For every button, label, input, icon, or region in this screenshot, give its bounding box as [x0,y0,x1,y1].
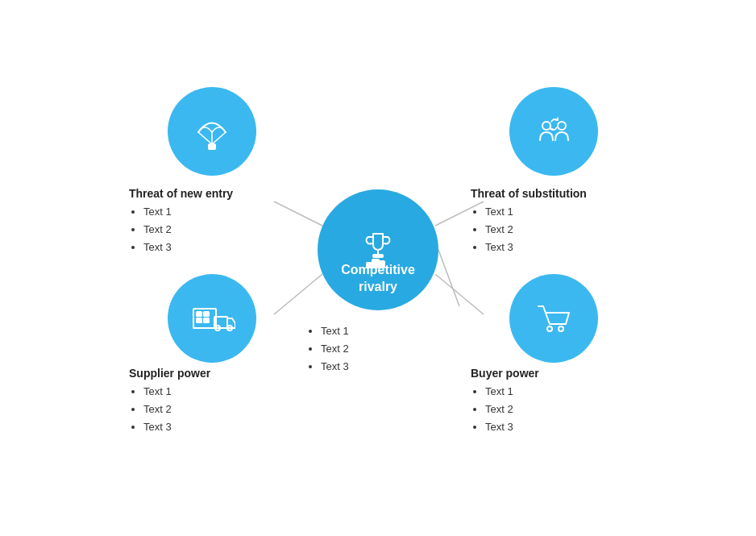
svg-rect-8 [367,263,373,268]
svg-rect-18 [204,312,209,316]
list-item: Text 2 [485,401,539,418]
supplier-circle [168,274,256,363]
list-item: Text 3 [321,358,349,376]
substitution-list: Text 1 Text 2 Text 3 [471,203,587,256]
svg-line-0 [274,202,322,226]
new-entry-text: Threat of new entry Text 1 Text 2 Text 3 [129,187,233,256]
list-item: Text 2 [321,340,349,358]
svg-point-25 [547,326,552,331]
porter-five-forces-diagram: Competitive rivalry Threat of new entry … [0,0,756,536]
buyer-icon [532,297,576,341]
list-item: Text 1 [485,383,539,401]
svg-rect-6 [373,255,383,257]
substitution-circle [509,87,598,176]
list-item: Text 1 [143,203,233,221]
svg-point-15 [558,122,566,130]
substitution-icon [532,110,576,154]
svg-line-4 [438,250,459,306]
svg-rect-13 [209,144,215,149]
list-item: Text 3 [143,418,210,436]
svg-rect-17 [197,312,201,316]
list-item: Text 3 [485,239,587,256]
svg-line-10 [198,132,212,144]
svg-line-1 [274,274,322,314]
new-entry-list: Text 1 Text 2 Text 3 [129,203,233,256]
svg-point-14 [542,122,550,130]
substitution-text: Threat of substitution Text 1 Text 2 Tex… [471,187,587,256]
list-item: Text 1 [143,383,210,401]
list-item: Text 2 [485,221,587,239]
svg-point-26 [559,326,563,331]
parachute-icon [190,110,235,154]
center-list: Text 1 Text 2 Text 3 [306,322,349,376]
list-item: Text 3 [485,418,539,436]
supplier-text: Supplier power Text 1 Text 2 Text 3 [129,367,210,436]
list-item: Text 1 [485,203,587,221]
svg-rect-9 [378,261,384,268]
svg-line-3 [435,274,484,314]
svg-rect-19 [197,318,201,322]
supplier-icon [189,297,235,341]
supplier-list: Text 1 Text 2 Text 3 [129,383,210,436]
center-circle [318,189,438,310]
center-list-text: Text 1 Text 2 Text 3 [306,322,349,376]
list-item: Text 3 [143,239,233,256]
buyer-list: Text 1 Text 2 Text 3 [471,383,539,436]
buyer-text: Buyer power Text 1 Text 2 Text 3 [471,367,539,436]
new-entry-circle [168,87,256,176]
svg-line-11 [212,132,226,144]
trophy-icon [354,226,402,274]
list-item: Text 2 [143,401,210,418]
svg-rect-20 [204,318,209,322]
list-item: Text 2 [143,221,233,239]
buyer-circle [509,274,598,363]
list-item: Text 1 [321,322,349,340]
